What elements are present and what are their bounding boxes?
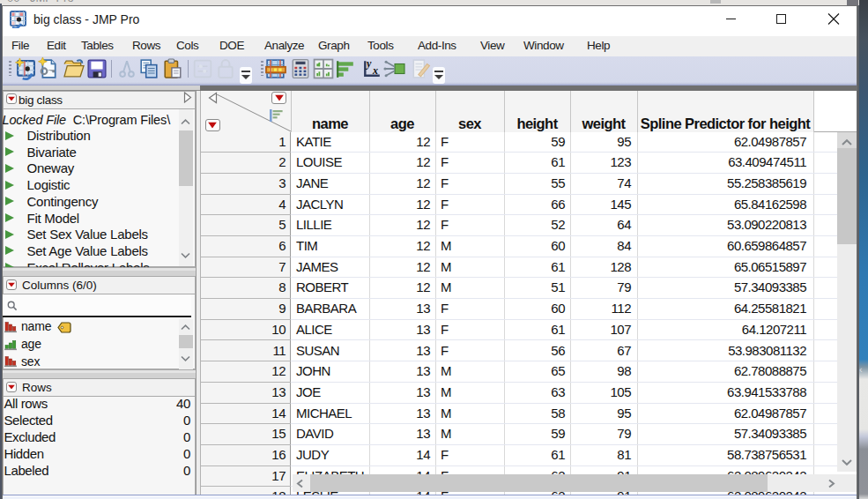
svg-text:x: x xyxy=(372,64,378,77)
svg-text:y: y xyxy=(365,56,372,69)
